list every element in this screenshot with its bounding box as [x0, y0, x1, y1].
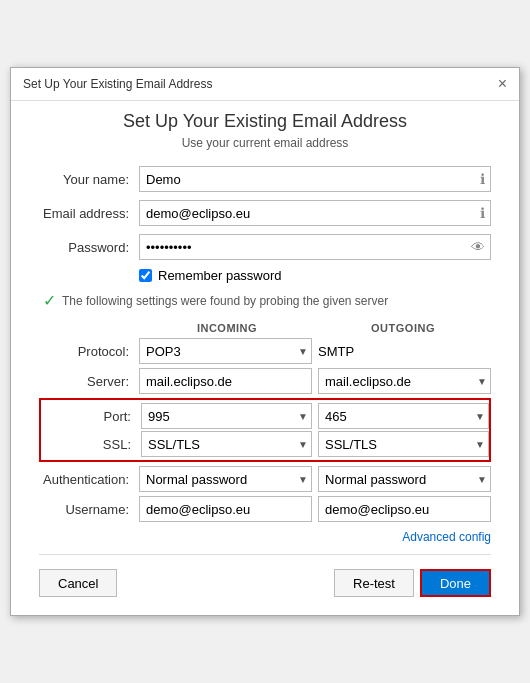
your-name-label: Your name:: [39, 172, 139, 187]
server-row: Server: mail.eclipso.de ▼: [39, 368, 491, 394]
outgoing-header: OUTGOING: [315, 322, 491, 334]
your-name-row: Your name: ℹ: [39, 166, 491, 192]
outgoing-auth-select[interactable]: Normal password Encrypted password Kerbe…: [318, 466, 491, 492]
ssl-cells: SSL/TLS STARTTLS None ▼ SSL/TLS: [141, 431, 489, 457]
incoming-protocol-wrap: POP3 IMAP ▼: [139, 338, 312, 364]
incoming-port-cell: 995 ▼: [141, 403, 312, 429]
outgoing-username-input[interactable]: [318, 496, 491, 522]
ssl-row: SSL: SSL/TLS STARTTLS None ▼: [41, 430, 489, 460]
port-label: Port:: [41, 409, 141, 424]
outgoing-server-wrap: mail.eclipso.de ▼: [318, 368, 491, 394]
close-icon[interactable]: ×: [498, 76, 507, 92]
incoming-ssl-wrap: SSL/TLS STARTTLS None ▼: [141, 431, 312, 457]
outgoing-port-cell: 465 ▼: [318, 403, 489, 429]
status-row: ✓ The following settings were found by p…: [39, 291, 491, 310]
outgoing-auth-wrap: Normal password Encrypted password Kerbe…: [318, 466, 491, 492]
protocol-row: Protocol: POP3 IMAP ▼ SMTP: [39, 338, 491, 364]
button-row: Cancel Re-test Done: [39, 565, 491, 601]
port-cells: 995 ▼ 465 ▼: [141, 403, 489, 429]
username-cells: [139, 496, 491, 522]
outgoing-protocol-text: SMTP: [318, 344, 354, 359]
outgoing-port-select[interactable]: 465: [318, 403, 489, 429]
advanced-config-link[interactable]: Advanced config: [39, 530, 491, 544]
dialog-subtitle: Use your current email address: [39, 136, 491, 150]
email-wrap: ℹ: [139, 200, 491, 226]
grid-headers: INCOMING OUTGOING: [139, 322, 491, 334]
outgoing-protocol-cell: SMTP: [318, 338, 491, 364]
dialog: Set Up Your Existing Email Address × Set…: [10, 67, 520, 616]
your-name-input[interactable]: [139, 166, 491, 192]
password-row: Password: 👁: [39, 234, 491, 260]
email-label: Email address:: [39, 206, 139, 221]
port-row: Port: 995 ▼: [41, 400, 489, 430]
incoming-auth-select[interactable]: Normal password Encrypted password Kerbe…: [139, 466, 312, 492]
grid-section: INCOMING OUTGOING Protocol: POP3 IMAP ▼: [39, 322, 491, 522]
incoming-username-cell: [139, 496, 312, 522]
right-buttons: Re-test Done: [334, 569, 491, 597]
auth-cells: Normal password Encrypted password Kerbe…: [139, 466, 491, 492]
username-label: Username:: [39, 502, 139, 517]
email-row: Email address: ℹ: [39, 200, 491, 226]
highlighted-port-ssl-block: Port: 995 ▼: [39, 398, 491, 462]
username-row: Username:: [39, 496, 491, 522]
outgoing-auth-cell: Normal password Encrypted password Kerbe…: [318, 466, 491, 492]
incoming-port-wrap: 995 ▼: [141, 403, 312, 429]
protocol-label: Protocol:: [39, 344, 139, 359]
info-icon-name: ℹ: [480, 171, 485, 187]
auth-row: Authentication: Normal password Encrypte…: [39, 466, 491, 492]
password-input[interactable]: [139, 234, 491, 260]
protocol-cells: POP3 IMAP ▼ SMTP: [139, 338, 491, 364]
eye-icon[interactable]: 👁: [471, 239, 485, 255]
info-icon-email: ℹ: [480, 205, 485, 221]
incoming-ssl-select[interactable]: SSL/TLS STARTTLS None: [141, 431, 312, 457]
check-icon: ✓: [43, 291, 56, 310]
password-label: Password:: [39, 240, 139, 255]
incoming-server-cell: [139, 368, 312, 394]
incoming-protocol-select[interactable]: POP3 IMAP: [139, 338, 312, 364]
title-bar-text: Set Up Your Existing Email Address: [23, 77, 212, 91]
server-label: Server:: [39, 374, 139, 389]
outgoing-ssl-cell: SSL/TLS STARTTLS None ▼: [318, 431, 489, 457]
your-name-wrap: ℹ: [139, 166, 491, 192]
dialog-heading: Set Up Your Existing Email Address: [39, 111, 491, 132]
cancel-button[interactable]: Cancel: [39, 569, 117, 597]
outgoing-server-cell: mail.eclipso.de ▼: [318, 368, 491, 394]
incoming-protocol-cell: POP3 IMAP ▼: [139, 338, 312, 364]
divider: [39, 554, 491, 555]
remember-checkbox[interactable]: [139, 269, 152, 282]
outgoing-username-cell: [318, 496, 491, 522]
retest-button[interactable]: Re-test: [334, 569, 414, 597]
outgoing-port-wrap: 465 ▼: [318, 403, 489, 429]
title-bar: Set Up Your Existing Email Address ×: [11, 68, 519, 101]
server-cells: mail.eclipso.de ▼: [139, 368, 491, 394]
done-button[interactable]: Done: [420, 569, 491, 597]
remember-label: Remember password: [158, 268, 282, 283]
incoming-ssl-cell: SSL/TLS STARTTLS None ▼: [141, 431, 312, 457]
incoming-auth-cell: Normal password Encrypted password Kerbe…: [139, 466, 312, 492]
remember-row: Remember password: [139, 268, 491, 283]
email-input[interactable]: [139, 200, 491, 226]
outgoing-server-select[interactable]: mail.eclipso.de: [318, 368, 491, 394]
password-wrap: 👁: [139, 234, 491, 260]
status-text: The following settings were found by pro…: [62, 294, 388, 308]
incoming-auth-wrap: Normal password Encrypted password Kerbe…: [139, 466, 312, 492]
outgoing-ssl-select[interactable]: SSL/TLS STARTTLS None: [318, 431, 489, 457]
incoming-server-input[interactable]: [139, 368, 312, 394]
incoming-header: INCOMING: [139, 322, 315, 334]
auth-label: Authentication:: [39, 472, 139, 487]
incoming-username-input[interactable]: [139, 496, 312, 522]
dialog-body: Set Up Your Existing Email Address Use y…: [11, 101, 519, 615]
ssl-label: SSL:: [41, 437, 141, 452]
incoming-port-select[interactable]: 995: [141, 403, 312, 429]
outgoing-ssl-wrap: SSL/TLS STARTTLS None ▼: [318, 431, 489, 457]
